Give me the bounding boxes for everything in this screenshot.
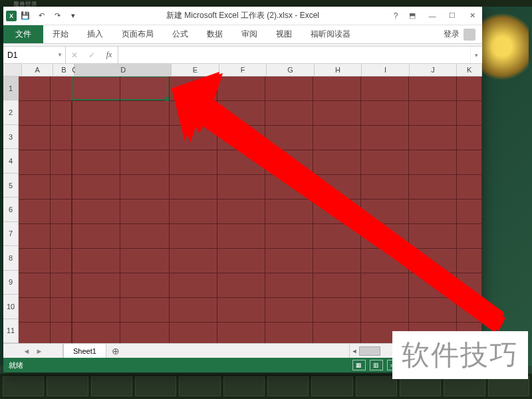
qat-customize-button[interactable]: ▾ bbox=[66, 9, 80, 23]
cell[interactable] bbox=[361, 175, 409, 200]
cell[interactable] bbox=[409, 224, 457, 249]
tab-page-layout[interactable]: 页面布局 bbox=[112, 25, 163, 43]
cell[interactable] bbox=[217, 200, 265, 224]
cell[interactable] bbox=[265, 224, 313, 249]
qat-redo-button[interactable]: ↷ bbox=[50, 9, 65, 23]
cell[interactable] bbox=[72, 273, 170, 298]
cell[interactable] bbox=[170, 76, 217, 101]
column-header-e[interactable]: E bbox=[172, 64, 219, 76]
cell[interactable] bbox=[72, 224, 170, 249]
cell[interactable] bbox=[361, 101, 409, 126]
name-box-input[interactable] bbox=[7, 51, 61, 60]
cell[interactable] bbox=[51, 76, 72, 101]
cancel-button[interactable]: ✕ bbox=[66, 51, 83, 60]
add-sheet-button[interactable]: ⊕ bbox=[106, 344, 125, 358]
cell[interactable] bbox=[265, 249, 313, 273]
help-button[interactable]: ? bbox=[389, 9, 402, 23]
cell[interactable] bbox=[51, 323, 72, 343]
cell[interactable] bbox=[170, 175, 217, 200]
cell[interactable] bbox=[51, 101, 72, 126]
cell[interactable] bbox=[313, 200, 361, 224]
cell[interactable] bbox=[457, 273, 482, 298]
cell[interactable] bbox=[313, 126, 361, 150]
column-header-d[interactable]: D bbox=[75, 64, 172, 76]
column-header-g[interactable]: G bbox=[267, 64, 315, 76]
name-box-dropdown-icon[interactable]: ▼ bbox=[57, 52, 63, 58]
cell[interactable] bbox=[51, 224, 72, 249]
cell[interactable] bbox=[19, 298, 51, 323]
tab-formulas[interactable]: 公式 bbox=[163, 25, 198, 43]
cell[interactable] bbox=[457, 175, 482, 200]
expand-formula-bar-button[interactable]: ▾ bbox=[470, 47, 482, 63]
cell[interactable] bbox=[457, 76, 482, 101]
cell[interactable] bbox=[361, 76, 409, 101]
scroll-left-icon[interactable]: ◄ bbox=[350, 344, 359, 358]
cell[interactable] bbox=[409, 298, 457, 323]
row-header-10[interactable]: 10 bbox=[3, 295, 18, 319]
tab-home[interactable]: 开始 bbox=[43, 25, 78, 43]
cell[interactable] bbox=[19, 273, 51, 298]
cell[interactable] bbox=[313, 224, 361, 249]
cell[interactable] bbox=[265, 273, 313, 298]
cell[interactable] bbox=[313, 150, 361, 175]
tab-foxit[interactable]: 福昕阅读器 bbox=[301, 25, 360, 43]
row-header-2[interactable]: 2 bbox=[3, 100, 18, 124]
cell[interactable] bbox=[217, 101, 265, 126]
name-box[interactable]: ▼ bbox=[3, 47, 66, 63]
cell[interactable] bbox=[457, 126, 482, 150]
cell[interactable] bbox=[361, 298, 409, 323]
user-avatar-icon[interactable] bbox=[464, 29, 475, 41]
cell[interactable] bbox=[217, 298, 265, 323]
cell[interactable] bbox=[72, 150, 170, 175]
cell[interactable] bbox=[409, 249, 457, 273]
cell[interactable] bbox=[51, 273, 72, 298]
qat-save-button[interactable]: 💾 bbox=[18, 9, 33, 23]
cell[interactable] bbox=[19, 175, 51, 200]
cell[interactable] bbox=[217, 126, 265, 150]
cell[interactable] bbox=[170, 126, 217, 150]
view-page-layout-button[interactable]: ▥ bbox=[370, 360, 383, 370]
cell[interactable] bbox=[72, 175, 170, 200]
row-header-4[interactable]: 4 bbox=[3, 149, 18, 173]
cell[interactable] bbox=[170, 224, 217, 249]
cell[interactable] bbox=[170, 249, 217, 273]
cell[interactable] bbox=[265, 101, 313, 126]
cell[interactable] bbox=[51, 150, 72, 175]
cell[interactable] bbox=[51, 249, 72, 273]
cell[interactable] bbox=[170, 150, 217, 175]
cell[interactable] bbox=[457, 224, 482, 249]
row-header-3[interactable]: 3 bbox=[3, 125, 18, 149]
tab-view[interactable]: 视图 bbox=[267, 25, 301, 43]
cell[interactable] bbox=[72, 200, 170, 224]
cell[interactable] bbox=[313, 249, 361, 273]
cell[interactable] bbox=[265, 298, 313, 323]
cell[interactable] bbox=[217, 150, 265, 175]
cell[interactable] bbox=[19, 249, 51, 273]
select-all-corner[interactable] bbox=[3, 64, 22, 76]
cell[interactable] bbox=[170, 298, 217, 323]
sheet-tab[interactable]: Sheet1 bbox=[63, 343, 106, 358]
cell[interactable] bbox=[409, 101, 457, 126]
minimize-button[interactable]: — bbox=[422, 9, 442, 23]
cell[interactable] bbox=[409, 76, 457, 101]
cell[interactable] bbox=[72, 126, 170, 150]
cell[interactable] bbox=[361, 200, 409, 224]
cell[interactable] bbox=[409, 150, 457, 175]
cell[interactable] bbox=[51, 200, 72, 224]
cell[interactable] bbox=[457, 150, 482, 175]
row-header-5[interactable]: 5 bbox=[3, 174, 18, 198]
view-normal-button[interactable]: ▦ bbox=[352, 360, 366, 370]
login-link[interactable]: 登录 bbox=[444, 29, 460, 40]
cell[interactable] bbox=[313, 76, 361, 101]
cell[interactable] bbox=[72, 76, 170, 101]
enter-button[interactable]: ✓ bbox=[83, 51, 100, 60]
cell[interactable] bbox=[170, 200, 217, 224]
row-header-9[interactable]: 9 bbox=[3, 271, 18, 295]
cell[interactable] bbox=[265, 150, 313, 175]
cell[interactable] bbox=[72, 249, 170, 273]
cell[interactable] bbox=[265, 126, 313, 150]
cell[interactable] bbox=[361, 150, 409, 175]
cell[interactable] bbox=[19, 323, 51, 343]
cell[interactable] bbox=[265, 200, 313, 224]
tab-review[interactable]: 审阅 bbox=[232, 25, 267, 43]
